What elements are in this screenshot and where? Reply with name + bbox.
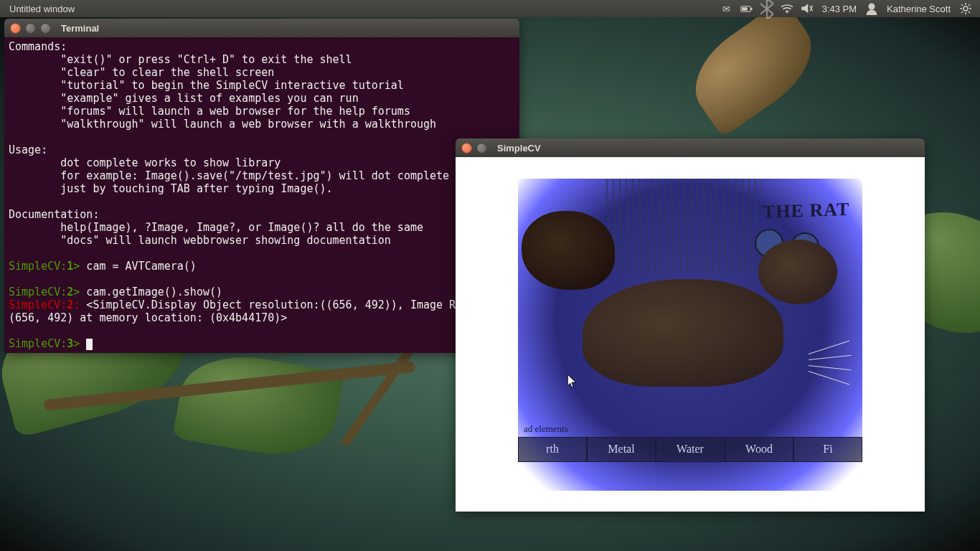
- prompt-gt: >: [73, 260, 80, 273]
- terminal-title: Terminal: [61, 23, 99, 34]
- mug-element-cell: Fi: [793, 437, 862, 462]
- out-text-2: (656, 492) at memory location: (0x4b4417…: [9, 311, 287, 324]
- user-name[interactable]: Katherine Scott: [887, 4, 951, 14]
- close-icon[interactable]: [10, 23, 21, 34]
- simplecv-titlebar[interactable]: SimpleCV: [456, 138, 925, 157]
- out-number: 2: [67, 298, 73, 311]
- svg-line-14: [969, 4, 970, 6]
- image-display: THE RAT ad elements rth Metal Water Wood…: [456, 157, 925, 512]
- mug-element-cell: Metal: [587, 437, 656, 462]
- mug-element-cell: Water: [656, 437, 725, 462]
- bluetooth-icon[interactable]: [760, 2, 773, 15]
- svg-rect-2: [742, 7, 748, 11]
- mug-elements-bar: rth Metal Water Wood Fi: [518, 437, 862, 462]
- active-window-title: Untitled window: [9, 4, 75, 14]
- wallpaper-leaf: [678, 0, 829, 138]
- terminal-window: Terminal Commands: "exit()" or press "Ct…: [4, 19, 519, 353]
- out-label: SimpleCV:: [9, 298, 67, 311]
- prompt-label: SimpleCV:: [9, 337, 67, 350]
- prompt-number: 2: [67, 286, 73, 298]
- svg-point-7: [963, 6, 968, 11]
- mug-art-whiskers: [809, 351, 862, 380]
- top-panel: Untitled window ✉ 3:43 PM Katherine Scot…: [0, 0, 980, 17]
- clock[interactable]: 3:43 PM: [822, 4, 857, 14]
- out-text: <SimpleCV.Display Object resolution:((65…: [80, 298, 462, 311]
- maximize-icon[interactable]: [40, 23, 51, 34]
- mug-title-text: THE RAT: [763, 198, 849, 222]
- terminal-cursor: [86, 339, 93, 350]
- minimize-icon[interactable]: [476, 143, 487, 154]
- mail-icon[interactable]: ✉: [720, 2, 733, 15]
- prompt-gt: >: [73, 337, 80, 350]
- camera-image: THE RAT ad elements rth Metal Water Wood…: [518, 179, 862, 491]
- gear-icon[interactable]: [959, 2, 972, 15]
- svg-line-12: [961, 4, 963, 6]
- mug-element-cell: rth: [518, 437, 587, 462]
- svg-line-15: [961, 11, 963, 13]
- mug-art-grass: [604, 179, 762, 272]
- prompt-label: SimpleCV:: [9, 286, 67, 298]
- mug-subcaption: ad elements: [524, 423, 568, 435]
- cmd-1: cam = AVTCamera(): [80, 260, 197, 273]
- terminal-body[interactable]: Commands: "exit()" or press "Ctrl+ D" to…: [4, 37, 519, 353]
- terminal-intro: Commands: "exit()" or press "Ctrl+ D" to…: [9, 40, 449, 247]
- simplecv-title: SimpleCV: [497, 143, 541, 154]
- terminal-titlebar[interactable]: Terminal: [4, 19, 519, 37]
- prompt-number: 3: [67, 337, 73, 350]
- cmd-2: cam.getImage().show(): [80, 286, 222, 298]
- mug-element-cell: Wood: [725, 437, 793, 462]
- minimize-icon[interactable]: [25, 23, 36, 34]
- out-colon: :: [73, 298, 80, 311]
- svg-rect-1: [750, 8, 752, 10]
- wallpaper-leaf: [172, 346, 344, 465]
- prompt-gt: >: [73, 286, 80, 298]
- svg-point-6: [869, 4, 875, 10]
- volume-icon[interactable]: [801, 2, 814, 15]
- simplecv-window: SimpleCV THE RAT ad elements rth Metal W…: [456, 138, 925, 512]
- user-icon: [865, 2, 878, 15]
- battery-icon[interactable]: [740, 2, 753, 15]
- mug-art-rat-body: [583, 279, 783, 387]
- close-icon[interactable]: [461, 143, 472, 154]
- wifi-icon[interactable]: [781, 2, 793, 15]
- mug-art-small-rat: [522, 211, 615, 290]
- prompt-label: SimpleCV:: [9, 260, 67, 273]
- svg-point-3: [786, 12, 788, 14]
- svg-line-13: [969, 11, 970, 13]
- prompt-number: 1: [67, 260, 73, 273]
- mug-art-rat-head: [758, 240, 837, 304]
